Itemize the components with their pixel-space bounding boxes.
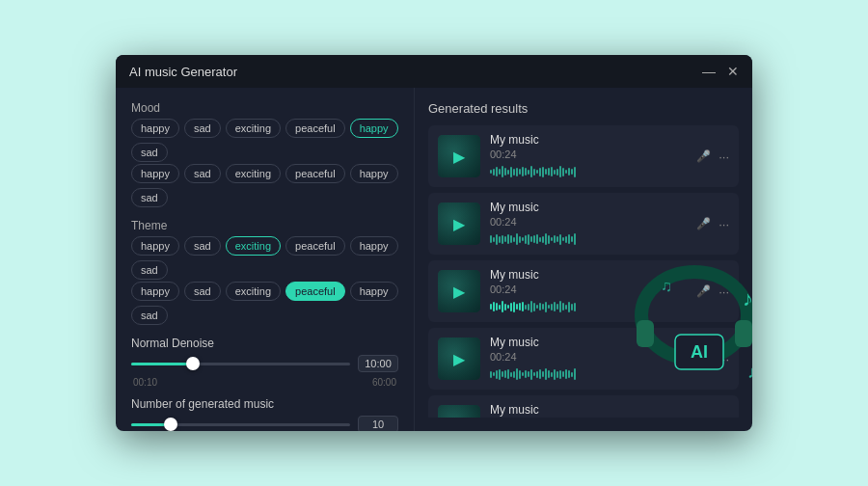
theme-tag-peaceful1[interactable]: peaceful bbox=[285, 236, 345, 256]
theme-tag-sad3[interactable]: sad bbox=[184, 282, 221, 301]
wave-bar bbox=[536, 371, 538, 378]
wave-bar bbox=[499, 305, 501, 310]
mood-tag-happy3[interactable]: happy bbox=[131, 164, 179, 183]
wave-bar bbox=[551, 237, 553, 241]
result-name: My music bbox=[490, 133, 687, 147]
theme-row-1: happy sad exciting peaceful happy sad bbox=[131, 236, 398, 280]
microphone-icon[interactable]: 🎤 bbox=[696, 217, 711, 230]
mood-tag-happy1[interactable]: happy bbox=[131, 119, 179, 138]
wave-bar bbox=[493, 169, 495, 176]
results-label: Generated results bbox=[428, 101, 739, 116]
wave-bar bbox=[574, 233, 576, 245]
mood-tag-peaceful1[interactable]: peaceful bbox=[285, 119, 345, 138]
theme-tag-peaceful2[interactable]: peaceful bbox=[285, 282, 345, 301]
denoise-fill bbox=[131, 363, 193, 365]
mood-tag-happy4[interactable]: happy bbox=[350, 164, 398, 183]
count-slider[interactable] bbox=[131, 415, 350, 431]
wave-bar bbox=[559, 370, 561, 379]
wave-bar bbox=[502, 235, 503, 244]
minimize-button[interactable]: — bbox=[702, 65, 716, 78]
more-options-icon[interactable]: ··· bbox=[719, 352, 729, 366]
result-item[interactable]: ▶My music00:24🎤··· bbox=[428, 193, 739, 255]
close-button[interactable]: ✕ bbox=[727, 65, 739, 78]
theme-row-2: happy sad exciting peaceful happy sad bbox=[131, 282, 398, 325]
more-options-icon[interactable]: ··· bbox=[719, 149, 729, 164]
mood-tag-happy2[interactable]: happy bbox=[350, 119, 398, 138]
theme-tag-exciting1[interactable]: exciting bbox=[226, 236, 281, 256]
denoise-section: Normal Denoise 10:00 00:10 60:00 bbox=[131, 337, 398, 388]
wave-bar bbox=[507, 369, 509, 379]
count-slider-row: 10 bbox=[131, 415, 398, 431]
mood-tag-sad3[interactable]: sad bbox=[184, 164, 221, 183]
result-info: My music00:24 bbox=[490, 268, 687, 314]
microphone-icon[interactable]: 🎤 bbox=[696, 284, 711, 298]
mood-tag-sad4[interactable]: sad bbox=[131, 188, 168, 207]
denoise-thumb[interactable] bbox=[186, 357, 200, 370]
theme-tag-happy2[interactable]: happy bbox=[350, 236, 398, 256]
count-track bbox=[131, 423, 350, 426]
mood-tag-exciting1[interactable]: exciting bbox=[226, 119, 281, 138]
theme-tag-happy4[interactable]: happy bbox=[350, 282, 398, 301]
count-section: Number of generated music 10 1 50 bbox=[131, 397, 398, 431]
mood-tag-sad2[interactable]: sad bbox=[131, 143, 168, 162]
wave-bar bbox=[542, 167, 544, 177]
wave-bar bbox=[554, 369, 556, 380]
more-options-icon[interactable]: ··· bbox=[719, 217, 729, 231]
mood-label: Mood bbox=[131, 101, 398, 115]
wave-bar bbox=[542, 304, 544, 310]
wave-bar bbox=[539, 369, 541, 379]
result-duration: 00:24 bbox=[490, 216, 687, 228]
wave-bar bbox=[493, 302, 495, 311]
wave-bar bbox=[490, 304, 492, 310]
microphone-icon[interactable]: 🎤 bbox=[696, 352, 711, 365]
denoise-value: 10:00 bbox=[358, 355, 398, 372]
result-thumbnail: ▶ bbox=[438, 338, 480, 380]
waveform bbox=[490, 299, 687, 314]
result-info: My music00:24 bbox=[490, 336, 687, 382]
wave-bar bbox=[565, 305, 567, 310]
wave-bar bbox=[536, 170, 538, 174]
wave-bar bbox=[568, 234, 570, 244]
mood-tag-peaceful2[interactable]: peaceful bbox=[285, 164, 345, 183]
wave-bar bbox=[516, 304, 518, 310]
theme-tag-happy3[interactable]: happy bbox=[131, 282, 179, 301]
titlebar-controls: — ✕ bbox=[702, 65, 739, 78]
mood-tag-sad1[interactable]: sad bbox=[184, 119, 221, 138]
theme-tag-exciting2[interactable]: exciting bbox=[226, 282, 281, 301]
wave-bar bbox=[530, 301, 532, 312]
theme-tag-sad4[interactable]: sad bbox=[131, 306, 168, 325]
wave-bar bbox=[513, 371, 515, 378]
wave-bar bbox=[510, 372, 512, 377]
wave-bar bbox=[522, 237, 524, 241]
titlebar: AI music Generator — ✕ bbox=[116, 55, 752, 88]
microphone-icon[interactable]: 🎤 bbox=[696, 149, 711, 163]
theme-tag-sad2[interactable]: sad bbox=[131, 260, 168, 280]
result-info: My music00:24 bbox=[490, 403, 687, 418]
wave-bar bbox=[562, 168, 564, 176]
wave-bar bbox=[533, 303, 535, 311]
denoise-min: 00:10 bbox=[133, 377, 157, 388]
result-item[interactable]: ▶My music00:24🎤··· bbox=[428, 125, 739, 187]
wave-bar bbox=[545, 368, 547, 380]
count-thumb[interactable] bbox=[164, 418, 177, 431]
result-duration: 00:24 bbox=[490, 351, 687, 363]
result-item[interactable]: ▶My music00:24🎤··· bbox=[428, 395, 739, 418]
wave-bar bbox=[516, 233, 518, 245]
wave-bar bbox=[522, 302, 524, 311]
theme-tag-sad1[interactable]: sad bbox=[184, 236, 221, 256]
wave-bar bbox=[556, 236, 558, 242]
denoise-slider[interactable] bbox=[131, 354, 350, 373]
wave-bar bbox=[536, 305, 538, 309]
wave-bar bbox=[536, 234, 538, 244]
more-options-icon[interactable]: ··· bbox=[719, 284, 729, 299]
mood-tag-exciting2[interactable]: exciting bbox=[226, 164, 281, 183]
wave-bar bbox=[559, 301, 561, 312]
result-item[interactable]: ▶My music00:24🎤··· bbox=[428, 260, 739, 322]
wave-bar bbox=[490, 371, 492, 378]
wave-bar bbox=[554, 235, 556, 243]
theme-tag-happy1[interactable]: happy bbox=[131, 236, 179, 256]
wave-bar bbox=[571, 304, 573, 310]
wave-bar bbox=[496, 234, 498, 245]
wave-bar bbox=[548, 370, 550, 378]
result-item[interactable]: ▶My music00:24🎤··· bbox=[428, 328, 739, 390]
